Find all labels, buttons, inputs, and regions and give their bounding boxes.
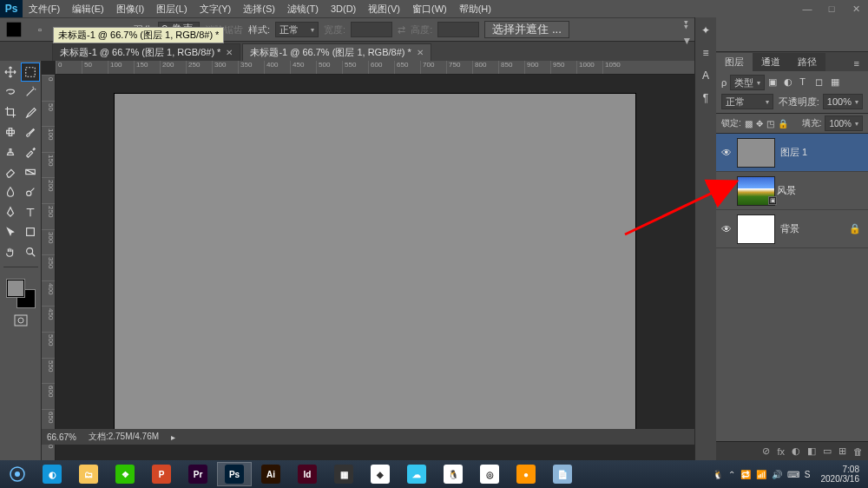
layer-row[interactable]: 👁 图层 1 bbox=[716, 134, 868, 172]
selection-new-icon[interactable]: ▫ bbox=[30, 20, 50, 39]
filter-image-icon[interactable]: ▣ bbox=[768, 76, 780, 89]
fill-input[interactable]: 100% bbox=[825, 115, 863, 131]
layer-row[interactable]: 👁 ▣ 风景 bbox=[716, 172, 868, 210]
taskbar-app-video[interactable]: ▦ bbox=[326, 462, 361, 486]
path-select-tool-icon[interactable] bbox=[1, 222, 20, 241]
taskbar-app-indesign[interactable]: Id bbox=[290, 462, 325, 486]
taskbar-app-illustrator[interactable]: Ai bbox=[253, 462, 288, 486]
style-dropdown[interactable]: 正常 bbox=[275, 22, 319, 37]
menu-text[interactable]: 文字(Y) bbox=[194, 3, 238, 16]
taskbar-clock[interactable]: 7:08 2020/3/16 bbox=[816, 465, 865, 484]
dock-collapse-chevrons[interactable]: ▸▸▶ bbox=[679, 21, 694, 45]
window-maximize-button[interactable]: □ bbox=[819, 3, 844, 14]
menu-3d[interactable]: 3D(D) bbox=[325, 3, 362, 14]
taskbar-app-chrome[interactable]: ◎ bbox=[472, 462, 507, 486]
document-tab[interactable]: 未标题-1 @ 66.7% (图层 1, RGB/8#) * 未标题-1 @ 6… bbox=[52, 43, 240, 61]
tool-preset-icon[interactable] bbox=[3, 20, 24, 39]
adjustment-layer-icon[interactable]: ◧ bbox=[807, 445, 816, 457]
lock-all-icon[interactable]: 🔒 bbox=[778, 119, 788, 129]
tray-icon-2[interactable]: 🔁 bbox=[740, 470, 751, 479]
layer-thumbnail[interactable] bbox=[737, 138, 775, 168]
visibility-toggle-icon[interactable]: 👁 bbox=[716, 223, 737, 235]
menu-edit[interactable]: 编辑(E) bbox=[66, 3, 110, 16]
hand-tool-icon[interactable] bbox=[1, 242, 20, 261]
taskbar-app-cloud[interactable]: ☁ bbox=[399, 462, 434, 486]
character-panel-icon[interactable]: A bbox=[698, 68, 713, 83]
document-tab[interactable]: 未标题-1 @ 66.7% (图层 1, RGB/8#) * ✕ bbox=[242, 43, 431, 61]
close-tab-icon[interactable]: ✕ bbox=[226, 48, 233, 57]
visibility-toggle-icon[interactable]: 👁 bbox=[716, 147, 737, 159]
ruler-vertical[interactable]: 0501001502002503003504004505005506006507… bbox=[42, 75, 56, 460]
layer-group-icon[interactable]: ▭ bbox=[823, 445, 832, 457]
taskbar-app-qq[interactable]: 🐧 bbox=[436, 462, 470, 486]
eyedropper-tool-icon[interactable] bbox=[21, 102, 40, 122]
window-minimize-button[interactable]: — bbox=[795, 3, 819, 14]
window-close-button[interactable]: ✕ bbox=[844, 3, 868, 15]
lock-artboard-icon[interactable]: ◳ bbox=[766, 119, 774, 129]
magic-wand-tool-icon[interactable] bbox=[21, 82, 40, 102]
taskbar-app-powerpoint[interactable]: P bbox=[144, 462, 179, 486]
shape-tool-icon[interactable] bbox=[21, 222, 40, 241]
marquee-tool-icon[interactable] bbox=[21, 63, 40, 82]
history-brush-tool-icon[interactable] bbox=[21, 142, 40, 162]
layer-name[interactable]: 背景 bbox=[780, 222, 799, 235]
layer-name[interactable]: 图层 1 bbox=[780, 146, 807, 159]
tray-icon-1[interactable]: ⌃ bbox=[728, 470, 735, 479]
color-swatches[interactable] bbox=[7, 280, 35, 307]
close-tab-icon[interactable]: ✕ bbox=[417, 48, 424, 57]
blur-tool-icon[interactable] bbox=[1, 182, 20, 201]
layer-mask-icon[interactable]: ◐ bbox=[792, 445, 800, 457]
clone-stamp-tool-icon[interactable] bbox=[1, 142, 20, 162]
filter-type-icon[interactable]: T bbox=[799, 76, 812, 89]
tab-paths[interactable]: 路径 bbox=[789, 53, 825, 71]
tab-channels[interactable]: 通道 bbox=[753, 53, 789, 71]
document-canvas[interactable] bbox=[115, 94, 635, 441]
properties-panel-icon[interactable]: ≡ bbox=[698, 45, 713, 61]
delete-layer-icon[interactable]: 🗑 bbox=[853, 446, 863, 457]
start-button[interactable] bbox=[3, 462, 31, 486]
tray-icon-3[interactable]: 📶 bbox=[756, 470, 766, 479]
taskbar-app-wps[interactable]: ◆ bbox=[363, 462, 398, 486]
gradient-tool-icon[interactable] bbox=[21, 162, 40, 181]
menu-help[interactable]: 帮助(H) bbox=[453, 3, 497, 16]
lock-position-icon[interactable]: ✥ bbox=[756, 119, 763, 129]
taskbar-app-explorer[interactable]: 🗂 bbox=[71, 462, 106, 486]
spot-heal-tool-icon[interactable] bbox=[1, 122, 20, 142]
menu-image[interactable]: 图像(I) bbox=[110, 3, 150, 16]
tray-icon-4[interactable]: 🔊 bbox=[772, 470, 782, 479]
taskbar-app-notes[interactable]: 📄 bbox=[545, 462, 580, 486]
layer-thumbnail[interactable] bbox=[737, 214, 775, 244]
ruler-horizontal[interactable]: 0501001502002503003504004505005506006507… bbox=[56, 61, 694, 75]
layer-kind-dropdown[interactable]: 类型 bbox=[730, 75, 765, 90]
tray-icon-0[interactable]: 🐧 bbox=[713, 470, 723, 479]
filter-adjust-icon[interactable]: ◐ bbox=[784, 76, 796, 89]
type-tool-icon[interactable] bbox=[21, 202, 40, 221]
menu-view[interactable]: 视图(V) bbox=[362, 3, 406, 16]
eraser-tool-icon[interactable] bbox=[1, 162, 20, 181]
taskbar-app-photoshop[interactable]: Ps bbox=[217, 462, 252, 486]
layer-row[interactable]: 👁 背景 🔒 bbox=[716, 210, 868, 248]
taskbar-app-wechat[interactable]: ❖ bbox=[108, 462, 142, 486]
filter-shape-icon[interactable]: ◻ bbox=[815, 76, 827, 89]
layer-fx-icon[interactable]: fx bbox=[777, 446, 785, 457]
history-panel-icon[interactable]: ✦ bbox=[698, 23, 713, 38]
zoom-tool-icon[interactable] bbox=[21, 242, 40, 261]
tab-layers[interactable]: 图层 bbox=[716, 53, 753, 71]
paragraph-panel-icon[interactable]: ¶ bbox=[698, 90, 713, 106]
brush-tool-icon[interactable] bbox=[21, 122, 40, 142]
layer-name[interactable]: 风景 bbox=[777, 184, 796, 197]
menu-layer[interactable]: 图层(L) bbox=[150, 3, 193, 16]
taskbar-app-firefox[interactable]: ● bbox=[509, 462, 543, 486]
taskbar-app-browser[interactable]: ◐ bbox=[35, 462, 69, 486]
taskbar-app-premiere[interactable]: Pr bbox=[181, 462, 215, 486]
menu-filter[interactable]: 滤镜(T) bbox=[281, 3, 325, 16]
menu-select[interactable]: 选择(S) bbox=[237, 3, 281, 16]
lock-pixels-icon[interactable]: ▩ bbox=[745, 119, 753, 129]
canvas-viewport[interactable] bbox=[56, 75, 694, 460]
lasso-tool-icon[interactable] bbox=[1, 82, 20, 102]
panel-menu-icon[interactable]: ≡ bbox=[845, 56, 868, 71]
tray-icon-6[interactable]: S bbox=[805, 470, 811, 479]
visibility-toggle-icon[interactable]: 👁 bbox=[716, 185, 737, 197]
status-chevron-icon[interactable]: ▸ bbox=[171, 432, 175, 442]
blend-mode-dropdown[interactable]: 正常 bbox=[721, 94, 773, 109]
